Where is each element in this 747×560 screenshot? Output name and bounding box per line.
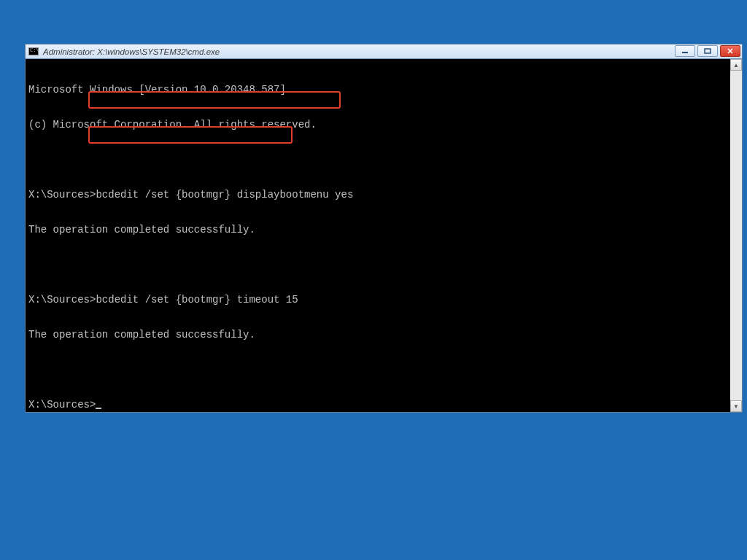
scroll-down-button[interactable]: ▼ <box>730 400 742 412</box>
cursor <box>96 408 101 409</box>
result-line: The operation completed successfully. <box>28 224 730 236</box>
command-line: X:\Sources>bcdedit /set {bootmgr} timeou… <box>28 294 730 306</box>
client-area: Microsoft Windows [Version 10.0.20348.58… <box>26 59 742 412</box>
prompt: X:\Sources> <box>28 189 96 201</box>
blank-line <box>28 154 730 166</box>
scroll-up-button[interactable]: ▲ <box>730 59 742 71</box>
prompt: X:\Sources> <box>28 294 96 306</box>
window-title: Administrator: X:\windows\SYSTEM32\cmd.e… <box>43 47 220 56</box>
command-text: bcdedit /set {bootmgr} displaybootmenu y… <box>96 189 353 201</box>
command-text: bcdedit /set {bootmgr} timeout 15 <box>96 294 298 306</box>
cmd-icon <box>28 47 39 55</box>
command-line: X:\Sources>bcdedit /set {bootmgr} displa… <box>28 189 730 201</box>
vertical-scrollbar[interactable]: ▲ ▼ <box>730 59 742 412</box>
prompt: X:\Sources> <box>28 399 96 411</box>
svg-rect-1 <box>705 49 711 53</box>
blank-line <box>28 364 730 376</box>
close-button[interactable] <box>720 45 740 57</box>
minimize-button[interactable] <box>675 45 695 57</box>
svg-rect-0 <box>682 52 688 53</box>
banner-line: (c) Microsoft Corporation. All rights re… <box>28 119 730 131</box>
window-buttons <box>675 45 740 57</box>
console-output[interactable]: Microsoft Windows [Version 10.0.20348.58… <box>28 61 730 411</box>
maximize-icon <box>704 48 711 54</box>
titlebar[interactable]: Administrator: X:\windows\SYSTEM32\cmd.e… <box>26 44 742 59</box>
minimize-icon <box>681 48 689 54</box>
result-line: The operation completed successfully. <box>28 329 730 341</box>
cmd-window: Administrator: X:\windows\SYSTEM32\cmd.e… <box>25 44 743 413</box>
current-prompt-line: X:\Sources> <box>28 399 730 411</box>
close-icon <box>727 48 734 54</box>
blank-line <box>28 259 730 271</box>
maximize-button[interactable] <box>697 45 718 57</box>
banner-line: Microsoft Windows [Version 10.0.20348.58… <box>28 84 730 96</box>
